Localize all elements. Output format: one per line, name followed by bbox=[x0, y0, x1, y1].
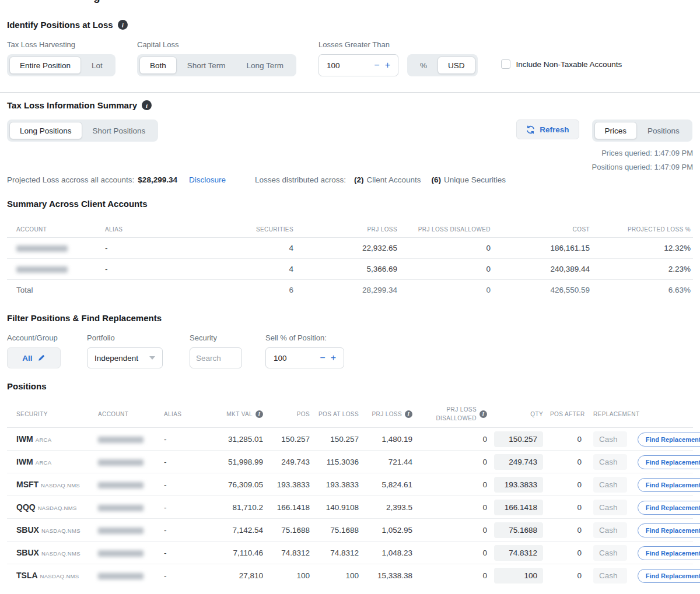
section-divider bbox=[0, 92, 700, 93]
find-replacement-button[interactable]: Find Replacement bbox=[638, 455, 700, 469]
replacement-cash-field[interactable]: Cash bbox=[593, 568, 627, 584]
col-account: Account bbox=[7, 222, 102, 238]
capital-loss-option-long-term[interactable]: Long Term bbox=[236, 57, 295, 74]
pos-after-value: 0 bbox=[547, 473, 585, 496]
account-redacted[interactable] bbox=[16, 266, 68, 273]
disallowed-value: 0 bbox=[401, 238, 494, 259]
view-toggle-positions[interactable]: Positions bbox=[637, 122, 690, 139]
mkt-val-value: 81,710.2 bbox=[205, 496, 267, 519]
pos-value: 74.8312 bbox=[267, 542, 313, 564]
qty-input[interactable]: 75.1688 bbox=[494, 522, 543, 538]
alias-value: - bbox=[102, 238, 183, 259]
qty-input[interactable]: 193.3833 bbox=[494, 477, 543, 493]
disallowed-value: 0 bbox=[401, 259, 494, 280]
position-row: TSLANASDAQ.NMS - 27,810 100 100 15,338.3… bbox=[7, 564, 693, 587]
unit-option-percent[interactable]: % bbox=[410, 57, 438, 74]
mkt-val-value: 76,309.05 bbox=[205, 473, 267, 496]
total-loss-pct: 6.63% bbox=[593, 280, 693, 301]
plus-stepper-icon[interactable]: + bbox=[331, 353, 336, 363]
securities-value: 4 bbox=[183, 238, 297, 259]
alias-value: - bbox=[160, 519, 205, 542]
col-alias: Alias bbox=[102, 222, 183, 238]
capital-loss-option-both[interactable]: Both bbox=[139, 57, 177, 74]
replacement-cash-field[interactable]: Cash bbox=[593, 477, 627, 493]
find-replacement-button[interactable]: Find Replacement bbox=[638, 478, 700, 492]
info-icon[interactable]: i bbox=[480, 410, 487, 418]
refresh-button[interactable]: Refresh bbox=[516, 119, 579, 139]
find-replacement-button[interactable]: Find Replacement bbox=[638, 569, 700, 583]
pos-value: 193.3833 bbox=[267, 473, 313, 496]
info-icon[interactable]: i bbox=[256, 410, 263, 418]
capital-loss-option-short-term[interactable]: Short Term bbox=[177, 57, 236, 74]
qty-input[interactable]: 150.257 bbox=[494, 431, 543, 447]
qty-input[interactable]: 166.1418 bbox=[494, 500, 543, 515]
qty-input[interactable]: 249.743 bbox=[494, 454, 543, 470]
account-group-value: All bbox=[22, 354, 32, 363]
tlh-option-entire-position[interactable]: Entire Position bbox=[9, 57, 81, 74]
pencil-icon bbox=[37, 354, 46, 362]
position-row: MSFTNASDAQ.NMS - 76,309.05 193.3833 193.… bbox=[7, 473, 693, 496]
info-icon[interactable]: i bbox=[405, 410, 412, 418]
qty-input[interactable]: 100 bbox=[494, 568, 543, 584]
replacement-cash-field[interactable]: Cash bbox=[593, 522, 627, 538]
positions-queried-timestamp: Positions queried: 1:47:09 PM bbox=[592, 160, 693, 174]
col-securities: Securities bbox=[183, 222, 297, 238]
include-non-taxable-label: Include Non-Taxable Accounts bbox=[516, 60, 622, 69]
security-label: Security bbox=[190, 333, 265, 342]
replacement-cash-field[interactable]: Cash bbox=[593, 431, 627, 447]
positions-table-header-row: Security Account Alias Mkt Vali Pos Pos … bbox=[7, 400, 693, 428]
col-replacement: Replacement bbox=[585, 400, 693, 428]
disallowed-value: 0 bbox=[416, 542, 491, 564]
summary-accounts-table: Account Alias Securities Prj Loss Prj Lo… bbox=[7, 222, 693, 300]
find-replacement-button[interactable]: Find Replacement bbox=[638, 501, 700, 515]
replacement-cash-field[interactable]: Cash bbox=[593, 545, 627, 561]
sell-pct-input[interactable]: 100 − + bbox=[265, 347, 344, 368]
unique-securities-label: Unique Securities bbox=[444, 175, 506, 184]
find-replacement-button[interactable]: Find Replacement bbox=[638, 546, 700, 560]
account-redacted bbox=[98, 482, 144, 488]
prj-loss-value: 22,932.65 bbox=[297, 238, 401, 259]
replacement-cash-field[interactable]: Cash bbox=[593, 500, 627, 515]
account-redacted[interactable] bbox=[16, 245, 68, 252]
col-projected-loss-pct: Projected Loss % bbox=[593, 222, 693, 238]
col-prj-loss: Prj Loss bbox=[297, 222, 401, 238]
qty-input[interactable]: 74.8312 bbox=[494, 545, 543, 561]
find-replacement-button[interactable]: Find Replacement bbox=[638, 523, 700, 537]
account-group-button[interactable]: All bbox=[7, 347, 61, 368]
replacement-cash-field[interactable]: Cash bbox=[593, 454, 627, 470]
prj-loss-value: 5,824.61 bbox=[362, 473, 416, 496]
security-ticker: TSLA bbox=[16, 571, 38, 580]
col-account: Account bbox=[94, 400, 160, 428]
minus-stepper-icon[interactable]: − bbox=[374, 61, 379, 70]
losses-greater-than-input[interactable]: 100 − + bbox=[318, 54, 398, 76]
pos-value: 100 bbox=[267, 564, 313, 587]
total-disallowed: 0 bbox=[401, 280, 494, 301]
find-replacement-button[interactable]: Find Replacement bbox=[638, 433, 700, 447]
alias-value: - bbox=[102, 259, 183, 280]
pos-at-loss-value: 74.8312 bbox=[313, 542, 362, 564]
include-non-taxable-checkbox[interactable] bbox=[501, 59, 510, 69]
position-toggle-long[interactable]: Long Positions bbox=[9, 122, 82, 139]
tlh-option-lot[interactable]: Lot bbox=[81, 57, 113, 74]
portfolio-dropdown[interactable]: Independent bbox=[87, 347, 163, 368]
info-icon[interactable]: i bbox=[118, 20, 128, 30]
minus-stepper-icon[interactable]: − bbox=[320, 353, 325, 363]
tax-loss-summary-section-title: Tax Loss Information Summary i bbox=[7, 100, 693, 110]
disclosure-link[interactable]: Disclosure bbox=[189, 175, 226, 184]
capital-loss-label: Capital Loss bbox=[137, 40, 318, 49]
info-icon[interactable]: i bbox=[142, 100, 152, 110]
view-toggle-prices[interactable]: Prices bbox=[594, 122, 638, 139]
pos-at-loss-value: 75.1688 bbox=[313, 519, 362, 542]
prj-loss-value: 2,393.5 bbox=[362, 496, 416, 519]
sell-pct-label: Sell % of Position: bbox=[265, 333, 344, 342]
prj-loss-value: 1,052.95 bbox=[362, 519, 416, 542]
alias-value: - bbox=[160, 564, 205, 587]
security-ticker: SBUX bbox=[16, 548, 39, 557]
plus-stepper-icon[interactable]: + bbox=[385, 61, 390, 70]
unit-option-usd[interactable]: USD bbox=[438, 57, 475, 74]
client-accounts-count: (2) bbox=[354, 175, 364, 184]
security-search-input[interactable] bbox=[190, 347, 242, 368]
pos-at-loss-value: 115.3036 bbox=[313, 451, 362, 473]
position-toggle-short[interactable]: Short Positions bbox=[82, 122, 156, 139]
alias-value: - bbox=[160, 428, 205, 451]
